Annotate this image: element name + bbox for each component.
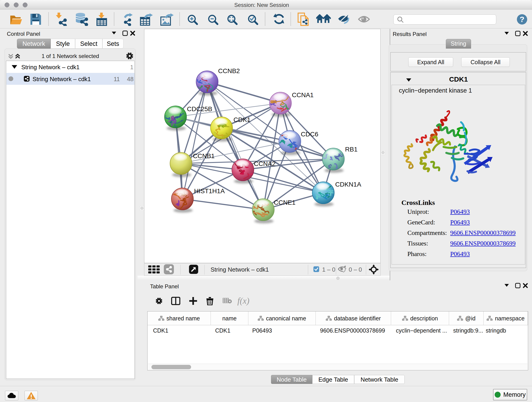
svg-text:CCNB1: CCNB1 [193,153,215,160]
svg-text:RB1: RB1 [345,146,357,153]
svg-text:CDK1: CDK1 [234,116,251,123]
svg-text:CCNB2: CCNB2 [218,67,240,75]
svg-text:CCNA1: CCNA1 [292,91,314,99]
svg-text:CCNA2: CCNA2 [254,160,276,167]
svg-text:CCNE1: CCNE1 [274,199,296,206]
svg-text:HIST1H1A: HIST1H1A [194,187,225,195]
svg-text:CDKN1A: CDKN1A [335,181,361,188]
svg-text:CDC25B: CDC25B [187,105,212,113]
svg-text:CDC6: CDC6 [301,131,318,138]
